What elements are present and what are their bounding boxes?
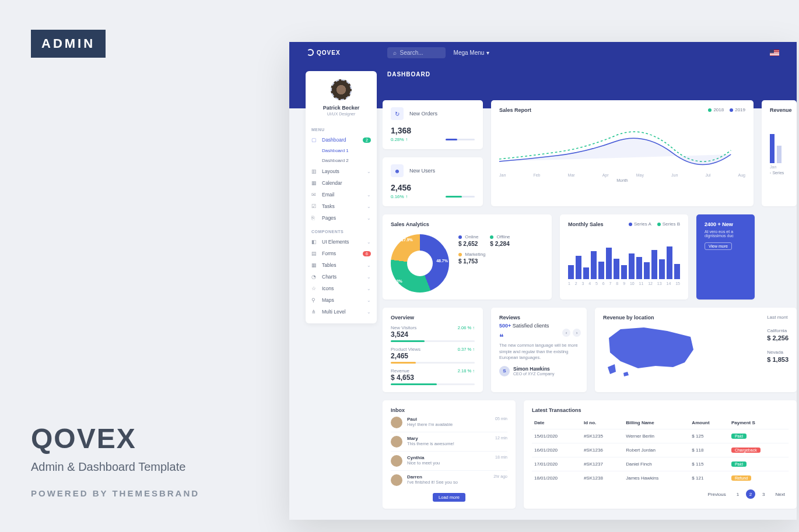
transactions-card: Latest Transactions DateId no.Billing Na… (524, 400, 797, 509)
avatar (391, 417, 402, 428)
chevron-down-icon: ⌄ (367, 239, 371, 245)
search-icon: ⌕ (393, 50, 397, 56)
sparkline (446, 196, 475, 198)
sidebar-item-multilevel[interactable]: ⋔Multi Level⌄ (306, 306, 377, 318)
table-row[interactable]: 16/01/2020#SK1236Robert Jordan$ 118Charg… (532, 443, 789, 457)
transactions-table: DateId no.Billing NameAmountPayment S 15… (532, 417, 789, 485)
sidebar-item-forms[interactable]: ▤Forms6 (306, 248, 377, 259)
sidebar-item-charts[interactable]: ◔Charts⌄ (306, 271, 377, 283)
sidebar: Patrick Becker UI/UX Designer MENU ▢Dash… (306, 71, 377, 323)
ui-icon: ◧ (311, 239, 317, 245)
inbox-item[interactable]: DarrenI've finished it! See you so2hr ag… (391, 471, 507, 489)
bar (777, 146, 782, 163)
avatar (391, 455, 402, 467)
sidebar-item-icons[interactable]: ☆Icons⌄ (306, 283, 377, 294)
calendar-icon: ▦ (311, 180, 317, 186)
stat-new-orders: ↻New Orders 1,368 0.28% ↑ (383, 100, 483, 149)
reviews-card: Reviews 500+ Satisfied clients ‹› ❝ The … (491, 308, 587, 392)
table-row[interactable]: 17/01/2020#SK1237Daniel Finch$ 115Paid (532, 457, 789, 471)
page-2[interactable]: 2 (746, 489, 755, 499)
mail-icon: ✉ (311, 192, 317, 198)
mega-menu-dropdown[interactable]: Mega Menu ▾ (454, 50, 490, 56)
pagination: Previous 1 2 3 Next (532, 489, 789, 499)
badge: 2 (363, 138, 371, 143)
sidebar-item-dashboard[interactable]: ▢Dashboard2 (306, 134, 377, 146)
monthly-sales-card: Monthly Sales Series ASeries B 123456789… (560, 214, 688, 300)
sidebar-item-ui[interactable]: ◧UI Elements⌄ (306, 236, 377, 248)
monitor-icon: ▢ (311, 137, 317, 143)
pages-icon: ⎘ (311, 215, 317, 221)
sidebar-item-tables[interactable]: ▦Tables⌄ (306, 259, 377, 271)
sidebar-item-pages[interactable]: ⎘Pages⌄ (306, 212, 377, 224)
brand-subtitle: Admin & Dashboard Template (31, 460, 185, 474)
icons-icon: ☆ (311, 286, 317, 291)
author-avatar: S (499, 366, 510, 376)
revenue-location-card: Revenue by location Last mont California… (595, 308, 797, 392)
prev-button[interactable]: ‹ (562, 329, 570, 337)
sales-analytics-card: Sales Analytics 17.9% 48.7% 33.3% Online… (383, 214, 552, 300)
cta-card: 2400 + New At vero eos et a dignissimos … (696, 214, 755, 300)
chevron-down-icon: ⌄ (367, 286, 371, 291)
sidebar-sub-dashboard-2[interactable]: Dashboard 2 (306, 156, 377, 165)
sidebar-item-layouts[interactable]: ▥Layouts⌄ (306, 165, 377, 177)
sparkline (446, 139, 475, 140)
flag-icon[interactable] (770, 50, 779, 56)
chevron-down-icon: ⌄ (367, 274, 371, 280)
next-button[interactable]: › (573, 329, 581, 337)
tables-icon: ▦ (311, 262, 317, 268)
orders-icon: ↻ (391, 107, 404, 120)
chevron-down-icon: ⌄ (367, 298, 371, 303)
us-map (603, 320, 696, 379)
chevron-down-icon: ⌄ (367, 204, 371, 209)
chevron-down-icon: ⌄ (367, 169, 371, 174)
charts-icon: ◔ (311, 274, 317, 280)
app-screenshot: QOVEX ⌕ Search... Mega Menu ▾ DASHBOARD … (289, 42, 797, 520)
sidebar-item-calendar[interactable]: ▦Calendar (306, 177, 377, 189)
inbox-card: Inbox PaulHey! there I'm available05 min… (383, 400, 516, 509)
inbox-item[interactable]: PaulHey! there I'm available05 min (391, 413, 507, 432)
page-title: DASHBOARD (387, 71, 430, 77)
main-content: ↻New Orders 1,368 0.28% ↑ ☻New Users 2,4… (383, 98, 797, 520)
chevron-down-icon: ⌄ (367, 216, 371, 221)
inbox-item[interactable]: MaryThis theme is awesome!12 min (391, 432, 507, 452)
user-name: Patrick Becker (306, 105, 377, 111)
sidebar-item-tasks[interactable]: ☑Tasks⌄ (306, 200, 377, 212)
admin-tag: ADMIN (31, 30, 106, 58)
stat-new-users: ☻New Users 2,456 0.16% ↑ (383, 157, 483, 206)
search-input[interactable]: ⌕ Search... (387, 47, 446, 58)
view-more-button[interactable]: View more (705, 242, 732, 250)
load-more-button[interactable]: Load more (433, 493, 465, 502)
page-1[interactable]: 1 (733, 491, 742, 498)
maps-icon: ⚲ (311, 297, 317, 303)
logo-icon (307, 49, 314, 56)
sidebar-sub-dashboard-1[interactable]: Dashboard 1 (306, 146, 377, 156)
sidebar-item-email[interactable]: ✉Email⌄ (306, 189, 377, 200)
next-page[interactable]: Next (772, 491, 789, 498)
search-placeholder: Search... (400, 50, 423, 56)
avatar[interactable] (331, 79, 352, 100)
chevron-down-icon: ⌄ (367, 309, 371, 315)
topbar: QOVEX ⌕ Search... Mega Menu ▾ (289, 42, 797, 63)
overview-card: Overview 2.06 % ↑New Visitors3,5240.37 %… (383, 308, 483, 392)
prev-page[interactable]: Previous (705, 491, 730, 498)
page-3[interactable]: 3 (759, 491, 768, 498)
line-chart (499, 118, 745, 171)
inbox-item[interactable]: CynthiaNice to meet you18 min (391, 452, 507, 471)
avatar (391, 474, 402, 486)
app-logo[interactable]: QOVEX (307, 49, 341, 56)
users-icon: ☻ (391, 164, 404, 177)
table-row[interactable]: 15/01/2020#SK1235Werner Berlin$ 125Paid (532, 429, 789, 443)
powered-by: POWERED BY THEMESBRAND (31, 488, 199, 498)
components-section-header: COMPONENTS (306, 224, 377, 236)
forms-icon: ▤ (311, 251, 317, 256)
sidebar-item-maps[interactable]: ⚲Maps⌄ (306, 294, 377, 306)
revenue-card: Revenue Jan ◦ Series (762, 100, 797, 206)
tasks-icon: ☑ (311, 203, 317, 209)
footer: 2020 © Qovex. (383, 517, 797, 520)
chevron-down-icon: ⌄ (367, 263, 371, 268)
donut-chart: 17.9% 48.7% 33.3% (391, 234, 449, 293)
table-row[interactable]: 18/01/2020#SK1238James Hawkins$ 121Refun… (532, 471, 789, 485)
brand-name: QOVEX (31, 422, 185, 455)
menu-section-header: MENU (306, 122, 377, 134)
chevron-down-icon: ▾ (486, 50, 489, 56)
